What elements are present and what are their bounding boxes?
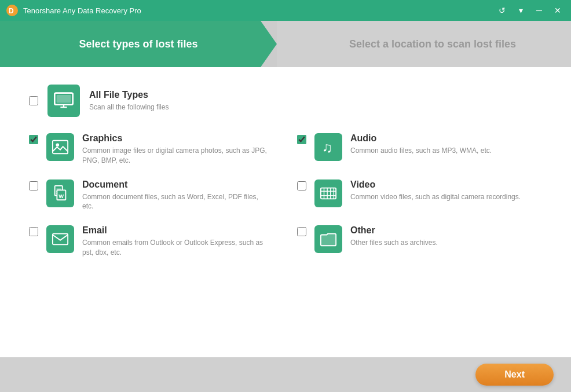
other-label: Other: [350, 225, 438, 236]
video-icon: [314, 179, 342, 207]
app-title: Tenorshare Any Data Recovery Pro: [23, 6, 495, 15]
document-info: Document Common document files, such as …: [82, 179, 268, 212]
email-icon: [46, 225, 74, 253]
video-checkbox-wrap[interactable]: [297, 181, 306, 193]
email-checkbox[interactable]: [29, 227, 38, 236]
graphics-checkbox-wrap[interactable]: [29, 135, 38, 146]
email-description: Common emails from Outlook or Outlook Ex…: [82, 238, 268, 258]
email-checkbox-wrap[interactable]: [29, 227, 38, 239]
svg-point-8: [56, 143, 60, 146]
all-file-types-info: All File Types Scan all the following fi…: [89, 90, 169, 112]
document-description: Common document files, such as Word, Exc…: [82, 192, 268, 212]
audio-checkbox[interactable]: [297, 135, 306, 144]
video-checkbox[interactable]: [297, 181, 306, 190]
svg-text:D: D: [9, 7, 14, 15]
document-checkbox-wrap[interactable]: [29, 181, 38, 193]
window-controls: ↺ ▾ ─ ✕: [495, 4, 565, 17]
graphics-description: Common image files or digital camera pho…: [82, 146, 268, 166]
footer: Next: [0, 357, 571, 392]
titlebar: D Tenorshare Any Data Recovery Pro ↺ ▾ ─…: [0, 0, 571, 21]
all-file-types-icon: [47, 85, 80, 117]
graphics-icon: [46, 133, 74, 161]
video-description: Common video files, such as digital came…: [350, 192, 521, 202]
document-checkbox[interactable]: [29, 181, 38, 190]
file-type-document: W Document Common document files, such a…: [29, 179, 274, 212]
other-description: Other files such as archives.: [350, 238, 438, 248]
file-type-other: Other Other files such as archives.: [297, 225, 542, 258]
all-file-types-description: Scan all the following files: [89, 102, 169, 112]
video-label: Video: [350, 179, 521, 190]
other-info: Other Other files such as archives.: [350, 225, 438, 248]
all-file-types-checkbox[interactable]: [29, 96, 38, 105]
steps-header: Select types of lost files Select a loca…: [0, 21, 571, 67]
svg-rect-6: [57, 95, 71, 103]
close-button[interactable]: ✕: [550, 4, 565, 17]
step2[interactable]: Select a location to scan lost files: [277, 21, 571, 67]
email-info: Email Common emails from Outlook or Outl…: [82, 225, 268, 258]
step1[interactable]: Select types of lost files: [0, 21, 277, 67]
minimize-button[interactable]: ─: [532, 4, 547, 17]
file-type-video: Video Common video files, such as digita…: [297, 179, 542, 212]
audio-label: Audio: [350, 133, 492, 144]
main-content: All File Types Scan all the following fi…: [0, 67, 571, 357]
other-icon: [314, 225, 342, 253]
svg-text:W: W: [58, 193, 64, 199]
audio-info: Audio Common audio files, such as MP3, W…: [350, 133, 492, 156]
step2-label: Select a location to scan lost files: [349, 38, 516, 50]
video-info: Video Common video files, such as digita…: [350, 179, 521, 202]
graphics-label: Graphics: [82, 133, 268, 144]
other-checkbox-wrap[interactable]: [297, 227, 306, 239]
document-label: Document: [82, 179, 268, 190]
chevron-down-button[interactable]: ▾: [513, 4, 528, 17]
other-checkbox[interactable]: [297, 227, 306, 236]
graphics-info: Graphics Common image files or digital c…: [82, 133, 268, 166]
history-button[interactable]: ↺: [495, 4, 510, 17]
all-file-types-label: All File Types: [89, 90, 169, 100]
audio-icon: ♫: [314, 133, 342, 161]
file-type-graphics: Graphics Common image files or digital c…: [29, 133, 274, 166]
all-file-types-row: All File Types Scan all the following fi…: [29, 85, 542, 117]
all-file-types-checkbox-wrap[interactable]: [29, 96, 38, 108]
step1-label: Select types of lost files: [79, 38, 197, 50]
audio-description: Common audio files, such as MP3, WMA, et…: [350, 146, 492, 156]
next-button[interactable]: Next: [475, 364, 554, 386]
svg-rect-7: [53, 141, 68, 154]
svg-text:♫: ♫: [322, 140, 332, 155]
file-type-audio: ♫ Audio Common audio files, such as MP3,…: [297, 133, 542, 166]
email-label: Email: [82, 225, 268, 236]
graphics-checkbox[interactable]: [29, 135, 38, 144]
file-type-email: Email Common emails from Outlook or Outl…: [29, 225, 274, 258]
app-logo: D: [6, 4, 19, 17]
svg-rect-23: [53, 234, 68, 245]
file-types-grid: Graphics Common image files or digital c…: [29, 133, 542, 258]
audio-checkbox-wrap[interactable]: [297, 135, 306, 146]
document-icon: W: [46, 179, 74, 207]
